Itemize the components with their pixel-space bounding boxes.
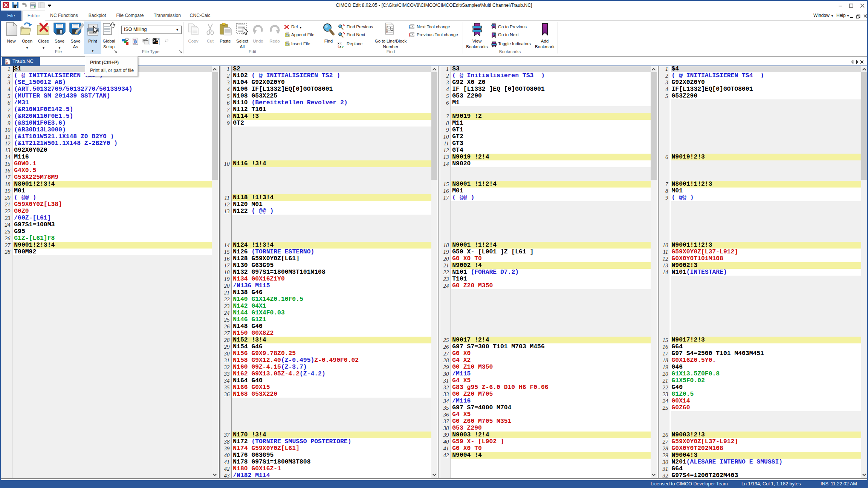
svg-text:37: 37 bbox=[386, 31, 388, 33]
svg-text:y: y bbox=[342, 45, 344, 48]
svg-text:x: x bbox=[339, 45, 341, 48]
svg-text:G1: G1 bbox=[6, 62, 9, 64]
